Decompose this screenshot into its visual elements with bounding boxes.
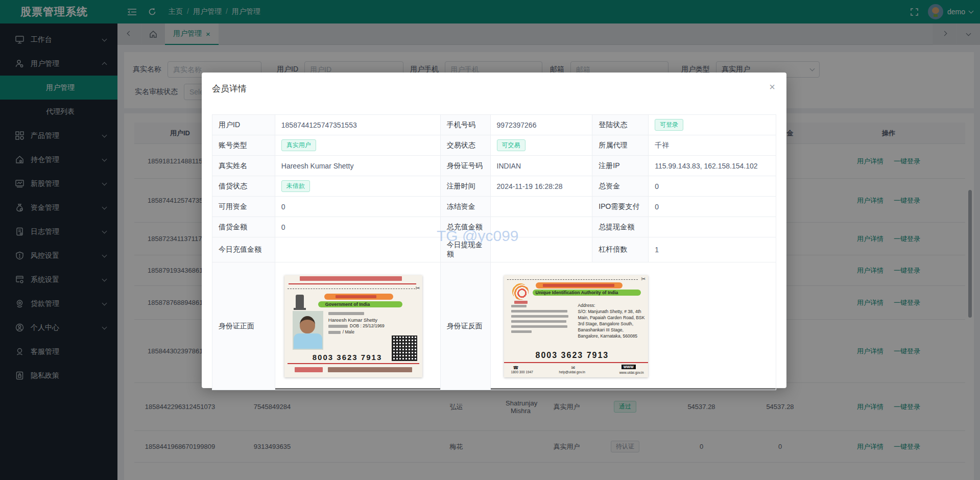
address-line: S/O: Manjunath Shetty, # 38, 4th (578, 309, 641, 314)
field-label: 手机号码 (440, 115, 490, 135)
website: www.uidai.gov.in (619, 371, 644, 374)
modal-title: 会员详情 (212, 83, 247, 94)
mail-icon: ✉ (571, 365, 576, 370)
field-value-register-ip: 115.99.143.83, 162.158.154.102 (649, 156, 776, 176)
field-value-today-deposit (275, 237, 440, 262)
field-label: 身份证号码 (440, 156, 490, 176)
field-label: 借贷金额 (212, 217, 275, 237)
field-value-leverage: 1 (649, 237, 776, 262)
field-label: 登陆状态 (592, 115, 649, 135)
field-value-loan-amount: 0 (275, 217, 440, 237)
field-label: 注册时间 (440, 176, 490, 197)
field-label: 所属代理 (592, 135, 649, 156)
field-value-available-funds: 0 (275, 197, 440, 217)
aadhaar-number-front: 8003 3623 7913 (313, 353, 382, 362)
qr-code (392, 335, 417, 361)
www-badge: WWW (622, 365, 636, 369)
field-label: 交易状态 (440, 135, 490, 156)
card-name: Hareesh Kumar Shetty (328, 317, 377, 323)
authority-text: Unique Identification Authority of India (536, 290, 618, 295)
id-back-label: 身份证反面 (440, 262, 490, 390)
login-status-badge: 可登录 (655, 119, 683, 131)
field-value-register-time: 2024-11-19 16:28:28 (490, 176, 592, 197)
field-label: 真实姓名 (212, 156, 275, 176)
field-label: 总提现金额 (592, 217, 649, 237)
account-type-badge: 真实用户 (281, 139, 316, 151)
member-detail-table: 用户ID 1858744125747351553 手机号码 9972397266… (212, 114, 776, 390)
card-dob: DOB : 25/12/1969 (350, 323, 385, 328)
loan-status-badge: 未借款 (281, 180, 310, 192)
field-value-frozen-funds (490, 197, 592, 217)
modal-close-icon[interactable]: × (769, 82, 775, 92)
field-label: 注册IP (592, 156, 649, 176)
field-value-ipo-due: 0 (649, 197, 776, 217)
field-value-total-withdraw (649, 217, 776, 237)
address-line: Main, Papaiah Garden Road, BSK (578, 315, 645, 320)
field-value-real-name: Hareesh Kumar Shetty (275, 156, 440, 176)
field-value-agent: 千祥 (649, 135, 776, 156)
help-email: help@uidai.gov.in (559, 370, 585, 374)
field-label: 账号类型 (212, 135, 275, 156)
id-card-front-image[interactable]: ✂ Government of India Hareesh Kumar Shet… (284, 275, 422, 377)
field-label: IPO需要支付 (592, 197, 649, 217)
field-label: 可用资金 (212, 197, 275, 217)
trade-status-badge: 可交易 (497, 139, 525, 151)
watermark: TG @yc099 (437, 227, 519, 245)
id-front-label: 身份证正面 (212, 262, 275, 390)
scissors-icon: ✂ (416, 285, 420, 292)
id-card-back-image[interactable]: ✂ Unique Identification Authority of Ind… (504, 275, 648, 377)
government-of-india-text: Government of India (325, 302, 370, 307)
field-value-id-number: INDIAN (490, 156, 592, 176)
page: 股票管理系统 主页 用户管理 用户管理 demo 工作台 (0, 0, 980, 480)
helpline-number: 1800 300 1947 (511, 370, 533, 374)
india-emblem-icon (296, 295, 304, 308)
address-line: 3rd Stage, Bangalore South, (578, 321, 633, 326)
field-label: 总资金 (592, 176, 649, 197)
aadhaar-logo (512, 283, 529, 300)
field-label: 用户ID (212, 115, 275, 135)
address-line: Bangalore, Karnataka, 560085 (578, 333, 638, 339)
field-label: 冻结资金 (440, 197, 490, 217)
field-value-phone: 9972397266 (490, 115, 592, 135)
field-value-user-id: 1858744125747351553 (275, 115, 440, 135)
scissors-icon: ✂ (641, 276, 646, 282)
field-label: 借贷状态 (212, 176, 275, 197)
phone-icon: ☎ (513, 365, 519, 370)
card-gender: / Male (343, 329, 354, 334)
address-line: Banashankari III Stage, (578, 327, 624, 332)
field-label: 今日充值金额 (212, 237, 275, 262)
address-title: Address: (578, 303, 595, 308)
aadhaar-number-back: 8003 3623 7913 (536, 351, 609, 360)
field-label: 杠杆倍数 (592, 237, 649, 262)
id-photo (293, 311, 323, 350)
field-value-total-funds: 0 (649, 176, 776, 197)
